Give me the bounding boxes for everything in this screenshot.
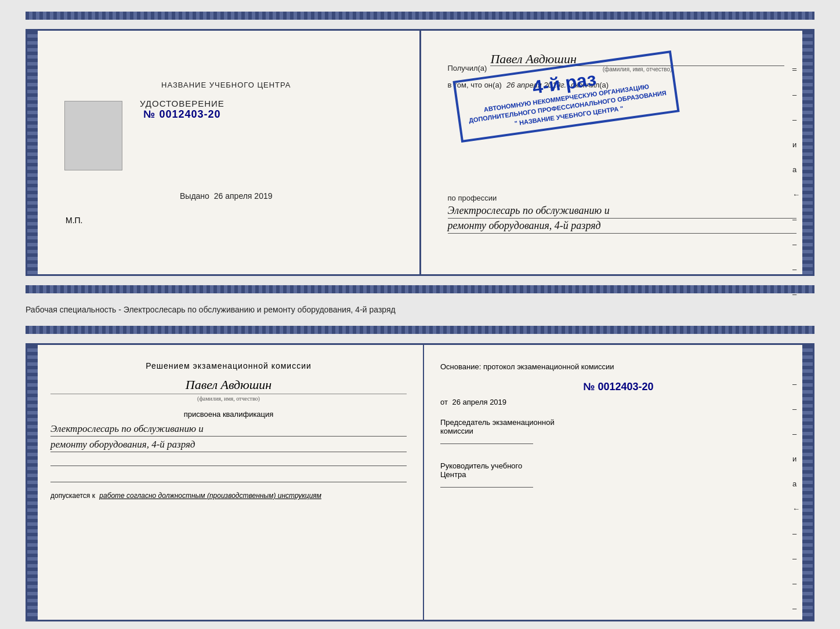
допускается-prefix: допускается к <box>50 492 95 500</box>
rukov-label2: Центра <box>440 470 796 479</box>
b-mark-9: – <box>792 579 800 588</box>
udostoverenie-label: УДОСТОВЕРЕНИЕ <box>140 99 225 108</box>
chairman-label1: Председатель экзаменационной <box>440 418 796 427</box>
profession-block: по профессии Электрослесарь по обслужива… <box>448 194 797 234</box>
rukov-sig-line <box>440 487 533 488</box>
vydano-line: Выдано 26 апреля 2019 <box>180 191 273 201</box>
udostoverenie-block: УДОСТОВЕРЕНИЕ № 0012403-20 <box>140 99 225 121</box>
b-mark-4: и <box>792 455 800 463</box>
b-mark-5: а <box>792 479 800 488</box>
left-content: НАЗВАНИЕ УЧЕБНОГО ЦЕНТРА УДОСТОВЕРЕНИЕ №… <box>44 81 403 225</box>
mp-text: М.П. <box>54 216 83 225</box>
chairman-label2: комиссии <box>440 427 796 435</box>
b-mark-6: ← <box>792 504 800 513</box>
допускается-value: работе согласно должностным (производств… <box>99 492 321 500</box>
right-content: Получил(a) Павел Авдюшин (фамилия, имя, … <box>437 53 797 234</box>
photo-placeholder <box>64 101 122 170</box>
top-left-page: НАЗВАНИЕ УЧЕБНОГО ЦЕНТРА УДОСТОВЕРЕНИЕ №… <box>27 31 421 274</box>
bottom-right-side-marks: – – – и а ← – – – – <box>792 380 800 613</box>
bottom-booklet-spine-top <box>26 326 814 334</box>
bottom-right-page: Основание: протокол экзаменационной коми… <box>424 345 813 620</box>
mark-5: а <box>792 165 800 174</box>
center-title: НАЗВАНИЕ УЧЕБНОГО ЦЕНТРА <box>161 81 291 89</box>
top-right-page: Получил(a) Павел Авдюшин (фамилия, имя, … <box>421 31 813 274</box>
assigned-label: присвоена квалификация <box>50 410 407 419</box>
mark-6: ← <box>792 190 800 199</box>
mark-4: и <box>792 140 800 149</box>
ot-date-val: 26 апреля 2019 <box>452 398 507 406</box>
rukov-label1: Руководитель учебного <box>440 461 796 470</box>
mark-10: – <box>792 290 800 299</box>
profession-value2: ремонту оборудования, 4-й разряд <box>448 220 797 234</box>
b-mark-8: – <box>792 554 800 563</box>
b-mark-3: – <box>792 430 800 438</box>
mark-7: – <box>792 215 800 224</box>
separator-text: Рабочая специальность - Электрослесарь п… <box>26 303 814 317</box>
chairman-block: Председатель экзаменационной комиссии <box>440 418 796 444</box>
mark-8: – <box>792 240 800 249</box>
mark-2: – <box>792 90 800 99</box>
profession-label: по профессии <box>448 194 797 202</box>
допускается-block: допускается к работе согласно должностны… <box>50 492 407 500</box>
b-mark-1: – <box>792 380 800 388</box>
vydano-label: Выдано <box>180 191 209 201</box>
right-side-marks: – – – и а ← – – – – <box>792 66 800 299</box>
b-mark-2: – <box>792 405 800 413</box>
mark-3: – <box>792 115 800 124</box>
decision-title: Решением экзаменационной комиссии <box>50 361 407 370</box>
separator-label: Рабочая специальность - Электрослесарь п… <box>26 305 396 314</box>
prot-number: № 0012403-20 <box>440 381 796 393</box>
poluchil-label: Получил(a) <box>448 64 487 72</box>
ot-prefix: от <box>440 398 448 406</box>
bottom-name-handwritten: Павел Авдюшин <box>50 377 407 392</box>
osnov-label: Основание: протокол экзаменационной коми… <box>440 361 796 373</box>
mark-9: – <box>792 265 800 274</box>
vydano-date: 26 апреля 2019 <box>214 191 273 201</box>
bottom-booklet: Решением экзаменационной комиссии Павел … <box>26 343 814 621</box>
doc-number: № 0012403-20 <box>140 108 225 121</box>
top-booklet-spine-bottom <box>26 285 814 293</box>
rukov-block: Руководитель учебного Центра <box>440 461 796 488</box>
mark-1: – <box>792 66 800 74</box>
top-booklet-spine-top <box>26 12 814 20</box>
blank-line-1 <box>50 455 407 466</box>
qualification-value1: Электрослесарь по обслуживанию и <box>50 423 407 437</box>
b-mark-7: – <box>792 529 800 538</box>
chairman-sig-line <box>440 443 533 444</box>
blank-line-2 <box>50 471 407 482</box>
b-mark-10: – <box>792 604 800 613</box>
qualification-value2: ремонту оборудования, 4-й разряд <box>50 439 407 452</box>
top-booklet: НАЗВАНИЕ УЧЕБНОГО ЦЕНТРА УДОСТОВЕРЕНИЕ №… <box>26 29 814 276</box>
bottom-fio-sublabel: (фамилия, имя, отчество) <box>50 394 407 402</box>
profession-value1: Электрослесарь по обслуживанию и <box>448 205 797 219</box>
bottom-left-page: Решением экзаменационной комиссии Павел … <box>27 345 424 620</box>
ot-date: от 26 апреля 2019 <box>440 398 796 406</box>
